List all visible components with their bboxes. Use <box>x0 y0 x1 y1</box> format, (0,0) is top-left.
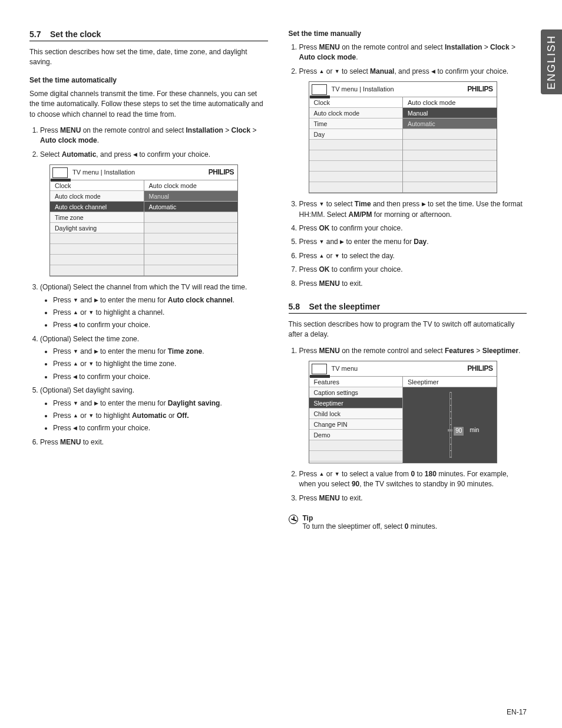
section-title: Set the clock <box>50 29 101 39</box>
t: MENU <box>319 43 340 51</box>
up-arrow-icon: ▲ <box>73 412 78 420</box>
t: Press <box>299 494 319 502</box>
tv-item-selected: Auto clock channel <box>50 202 144 212</box>
t: or <box>78 411 88 420</box>
tv-option-selected: Manual <box>403 108 497 118</box>
t: 90 <box>352 480 359 488</box>
t: and <box>78 399 94 407</box>
t: to select <box>324 200 354 208</box>
t: Day <box>414 238 427 246</box>
step-item: Press MENU on the remote control and sel… <box>299 346 527 463</box>
tv-empty <box>309 161 403 172</box>
substep: Press ▲ or ▼ to highlight Automatic or O… <box>53 411 268 421</box>
tip-icon <box>289 515 298 524</box>
tv-empty <box>144 255 238 265</box>
philips-logo: PHILIPS <box>209 167 234 177</box>
tv-item: Daylight saving <box>50 223 144 233</box>
t: Press <box>53 373 73 381</box>
t: , and press <box>394 67 431 75</box>
t: to exit. <box>340 494 363 502</box>
t: Press <box>299 43 319 51</box>
t: to confirm your choice. <box>330 224 403 232</box>
t: Clock <box>490 43 510 51</box>
tv-empty <box>144 212 238 223</box>
t: Installation <box>445 43 482 51</box>
t: to enter the menu for <box>98 347 168 355</box>
substep: Press ◀ to confirm your choice. <box>53 372 268 382</box>
step-item: (Optional) Select the time zone. Press ▼… <box>40 334 268 383</box>
t: 180 <box>425 470 437 478</box>
tv-empty <box>403 182 497 193</box>
t: Press <box>299 347 319 355</box>
t: . <box>202 347 204 355</box>
page-number: EN-17 <box>507 708 527 716</box>
down-arrow-icon: ▼ <box>88 360 94 368</box>
t: . <box>233 296 234 304</box>
sleeptimer-steps: Press MENU on the remote control and sel… <box>299 346 527 504</box>
step-item: Press MENU on the remote control and sel… <box>40 126 268 146</box>
t: to highlight a channel. <box>94 308 164 317</box>
tv-item: Change PIN <box>309 419 403 430</box>
t: Installation <box>186 126 223 134</box>
t: Time zone <box>168 347 202 355</box>
t: and <box>78 296 94 304</box>
tv-empty <box>50 244 144 255</box>
t: Press <box>53 321 73 329</box>
tv-item: Time <box>309 118 403 129</box>
t: . <box>97 136 99 144</box>
tv-col-label: Clock <box>50 180 144 191</box>
section-heading-5-8: 5.8 Set the sleeptimer <box>289 302 527 314</box>
step-item: Press ▼ and ▶ to enter the menu for Day. <box>299 237 527 247</box>
right-arrow-icon: ▶ <box>422 200 426 208</box>
tv-screenshot-1: TV menu | Installation PHILIPS Clock Aut… <box>49 164 268 276</box>
substep: Press ◀ to confirm your choice. <box>53 320 268 330</box>
t: Press <box>299 265 319 274</box>
t: and <box>78 347 94 355</box>
t: Press <box>40 126 60 134</box>
right-arrow-icon: ▶ <box>94 400 98 407</box>
t: Press <box>53 424 73 432</box>
t: Auto clock channel <box>168 296 233 304</box>
step-item: Press MENU to exit. <box>299 279 527 289</box>
right-column: Set the time manually Press MENU on the … <box>289 29 527 531</box>
philips-logo: PHILIPS <box>467 364 492 374</box>
t: Daylight saving <box>168 399 220 407</box>
t: . <box>220 399 222 407</box>
tv-screenshot-3: TV menu PHILIPS Features Caption setting… <box>309 361 527 463</box>
t: > <box>510 43 515 51</box>
t: Press <box>299 67 319 75</box>
step-item: Press ▲ or ▼ to select Manual, and press… <box>299 67 527 193</box>
t: (Optional) Select the channel from which… <box>40 283 247 291</box>
t: to confirm your choice. <box>137 150 210 159</box>
t: Press <box>299 470 319 478</box>
t: to confirm your choice. <box>330 265 403 274</box>
tv-item: Auto clock mode <box>309 108 403 118</box>
t: or <box>324 67 334 75</box>
down-arrow-icon: ▼ <box>73 400 78 407</box>
auto-intro: Some digital channels transmit the time.… <box>29 89 268 120</box>
tv-empty <box>309 150 403 161</box>
down-arrow-icon: ▼ <box>335 470 340 478</box>
t: Press <box>299 200 319 208</box>
t: or <box>78 308 88 317</box>
t: and then press <box>371 200 422 208</box>
t: to exit. <box>340 279 363 288</box>
tv-empty <box>144 233 238 244</box>
step-item: (Optional) Set daylight saving. Press ▼ … <box>40 386 268 434</box>
sleeptimer-slider: 90 min <box>403 387 497 463</box>
tv-option: Automatic <box>403 118 497 129</box>
t: Clock <box>232 126 251 134</box>
tv-breadcrumb: TV menu | Installation <box>72 168 209 177</box>
t: (Optional) Set daylight saving. <box>40 386 134 394</box>
t: Sleeptimer <box>482 347 518 355</box>
section-title: Set the sleeptimer <box>309 302 381 311</box>
t: . <box>356 53 358 61</box>
t: MENU <box>60 126 81 134</box>
down-arrow-icon: ▼ <box>335 252 340 260</box>
left-arrow-icon: ◀ <box>73 321 77 329</box>
tv-item: Caption settings <box>309 387 403 398</box>
t: Press <box>299 252 319 260</box>
t: to select a value from <box>340 470 411 478</box>
slider-track <box>449 392 452 458</box>
step-item: Press OK to confirm your choice. <box>299 223 527 233</box>
